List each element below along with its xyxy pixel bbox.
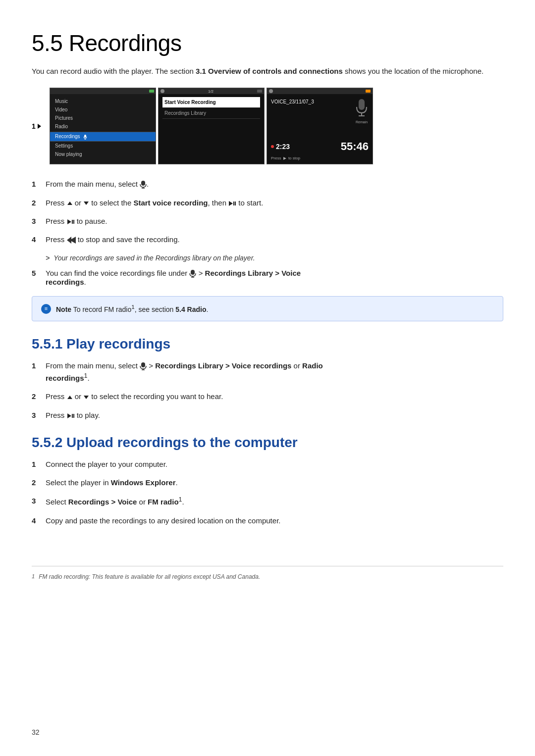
mic-inline-icon [140,181,147,189]
footnote-num: 1 [32,572,35,581]
steps-552-list: 1 Connect the player to your computer. 2… [32,458,503,526]
svg-rect-7 [141,181,145,186]
mic-inline-icon-step5 [189,270,196,278]
mic-large-icon [355,99,369,118]
svg-marker-6 [283,157,286,160]
mic-icon-small [83,135,87,140]
page-title: 5.5 Recordings [32,30,503,56]
page-number: 32 [32,728,40,736]
step-3: 3 Press to pause. [32,215,503,227]
screenshot-recording: VOICE_23/11/07_3 Remain 2: [267,88,373,164]
note-text: Note To record FM radio1, see section 5.… [56,302,208,315]
current-time-display: 2:23 [271,143,290,151]
step1-indicator: 1 [32,122,41,130]
sub-note: > Your recordings are saved in the Recor… [46,254,503,262]
section-551-heading: 5.5.1 Play recordings [32,336,503,352]
ss2-top-bar: 1/2 [159,88,264,94]
ss1-menu-list: Music Video Pictures Radio Recordings Se [50,94,156,158]
mic-inline-icon-551-1 [140,362,147,370]
play-pause-icon-step3 [67,219,74,224]
screenshot-voice-menu: 1/2 Start Voice Recording Recordings Lib… [158,88,265,164]
svg-marker-10 [67,237,76,244]
menu-item-now-playing: Now playing [50,150,156,158]
intro-paragraph: You can record audio with the player. Th… [32,65,503,77]
ss2-menu-content: Start Voice Recording Recordings Library [159,94,264,122]
ss3-mic-area: Remain [355,99,369,124]
arrow-down-icon-551 [84,396,89,399]
play-pause-icon-551-3 [67,413,74,418]
footnote: 1 FM radio recording: This feature is av… [32,572,503,581]
remain-time: 55:46 [341,140,369,153]
menu-item-settings: Settings [50,141,156,150]
main-steps-list: 1 From the main menu, select . 2 Press o… [32,178,503,245]
voice-label: VOICE_23/11/07_3 [271,99,314,104]
screenshot-main-menu: Music Video Pictures Radio Recordings Se [50,88,156,164]
ss3-battery-icon [366,90,371,93]
menu-item-radio: Radio [50,122,156,132]
svg-rect-11 [191,270,195,275]
ss2-item-start-voice: Start Voice Recording [162,97,260,108]
menu-item-music: Music [50,97,156,105]
step-552-2: 2 Select the player in Windows Explorer. [32,477,503,488]
step-1: 1 From the main menu, select . [32,178,503,190]
steps-551-list: 1 From the main menu, select > Recording… [32,360,503,421]
step-551-2: 2 Press or to select the recording you w… [32,391,503,402]
step-552-4: 4 Copy and paste the recordings to any d… [32,515,503,526]
ss2-item-recordings-library: Recordings Library [162,108,260,119]
arrow-up-icon [67,202,72,205]
step-5: 5 You can find the voice recordings file… [32,269,503,286]
step-552-1: 1 Connect the player to your computer. [32,458,503,470]
play-pause-inline-icon [229,201,236,206]
step-4: 4 Press to stop and save the recording. [32,234,503,245]
note-box: ≡ Note To record FM radio1, see section … [32,296,503,321]
menu-item-video: Video [50,105,156,114]
footnote-text: FM radio recording: This feature is avai… [39,572,260,581]
step-551-3: 3 Press to play. [32,409,503,421]
stop-icon-small [282,156,287,161]
recording-dot [271,145,274,148]
ss2-top-icon [160,89,164,93]
remain-label: Remain [355,120,369,124]
ss1-top-bar [50,88,156,94]
svg-rect-0 [84,135,86,138]
arrow-up-icon-551 [67,396,72,399]
svg-rect-14 [141,362,145,367]
step-552-3: 3 Select Recordings > Voice or FM radio1… [32,495,503,507]
arrow-down-icon [84,202,89,205]
step-2: 2 Press or to select the Start voice rec… [32,197,503,208]
screenshots-row: 1 Music Video Pictures Radio Recordings [32,88,503,164]
ss3-top-icon [269,89,273,93]
ss2-top-title: 1/2 [208,89,214,94]
note-icon: ≡ [41,304,51,314]
footnote-area: 1 FM radio recording: This feature is av… [32,566,503,581]
svg-rect-3 [359,99,365,110]
section-552-heading: 5.5.2 Upload recordings to the computer [32,435,503,451]
current-time: 2:23 [276,143,290,151]
menu-item-pictures: Pictures [50,114,156,122]
ss2-battery-icon [257,90,262,93]
ss3-top-bar [267,88,373,94]
step-551-1: 1 From the main menu, select > Recording… [32,360,503,384]
back-icon [67,237,76,244]
press-stop-text: Press to stop [271,156,300,161]
ss3-time-row: 2:23 55:46 [271,140,369,153]
arrow-right-icon [38,124,41,129]
menu-item-recordings: Recordings [50,132,156,141]
ss1-battery-icon [149,90,154,93]
